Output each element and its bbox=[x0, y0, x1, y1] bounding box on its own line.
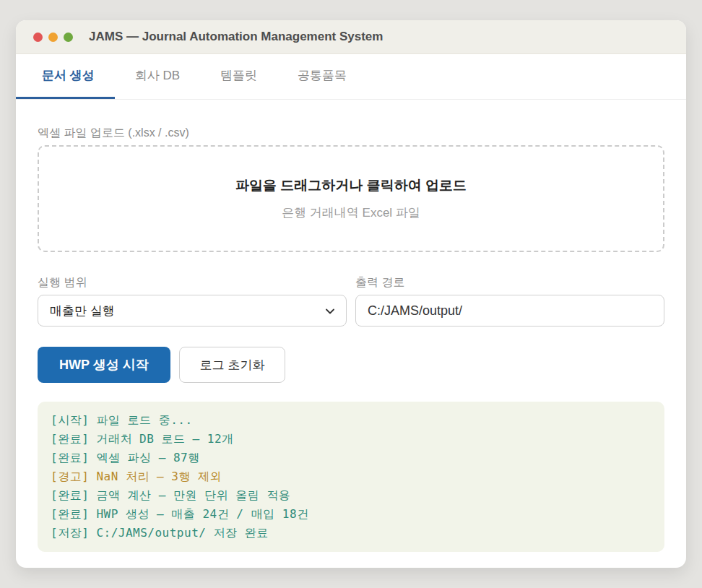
scope-selected-value: 매출만 실행 bbox=[50, 303, 115, 319]
maximize-icon[interactable] bbox=[64, 33, 73, 42]
chevron-down-icon bbox=[324, 306, 336, 317]
log-line: [완료] 금액 계산 — 만원 단위 올림 적용 bbox=[51, 486, 651, 505]
tab-templates[interactable]: 템플릿 bbox=[200, 54, 277, 99]
tab-company-db[interactable]: 회사 DB bbox=[115, 54, 200, 99]
tab-bar: 문서 생성 회사 DB 템플릿 공통품목 bbox=[16, 54, 686, 100]
minimize-icon[interactable] bbox=[48, 33, 58, 42]
app-window: JAMS — Journal Automation Management Sys… bbox=[16, 20, 686, 568]
log-line: [완료] 엑셀 파싱 — 87행 bbox=[51, 449, 651, 467]
log-line: [완료] HWP 생성 — 매출 24건 / 매입 18건 bbox=[51, 505, 651, 524]
scope-select[interactable]: 매출만 실행 bbox=[38, 295, 347, 327]
log-line: [저장] C:/JAMS/output/ 저장 완료 bbox=[51, 524, 651, 542]
log-line: [시작] 파일 로드 중... bbox=[51, 411, 651, 430]
clear-log-button[interactable]: 로그 초기화 bbox=[179, 347, 286, 383]
generate-hwp-button[interactable]: HWP 생성 시작 bbox=[38, 347, 170, 383]
scope-field-group: 실행 범위 매출만 실행 bbox=[38, 275, 347, 327]
output-path-input[interactable] bbox=[355, 295, 664, 327]
tab-document-generation[interactable]: 문서 생성 bbox=[16, 54, 115, 99]
log-line-warning: [경고] NaN 처리 — 3행 제외 bbox=[51, 467, 651, 486]
main-content: 엑셀 파일 업로드 (.xlsx / .csv) 파일을 드래그하거나 클릭하여… bbox=[16, 100, 686, 552]
title-bar: JAMS — Journal Automation Management Sys… bbox=[16, 20, 686, 54]
output-path-field-group: 출력 경로 bbox=[355, 275, 664, 327]
options-row: 실행 범위 매출만 실행 출력 경로 bbox=[38, 275, 664, 327]
close-icon[interactable] bbox=[33, 33, 43, 42]
output-path-label: 출력 경로 bbox=[355, 275, 664, 289]
log-console: [시작] 파일 로드 중... [완료] 거래처 DB 로드 — 12개 [완료… bbox=[38, 402, 664, 552]
tab-common-items[interactable]: 공통품목 bbox=[277, 54, 367, 99]
scope-label: 실행 범위 bbox=[38, 275, 347, 289]
window-title: JAMS — Journal Automation Management Sys… bbox=[89, 30, 383, 44]
dropzone-subtitle: 은행 거래내역 Excel 파일 bbox=[282, 204, 420, 221]
file-dropzone[interactable]: 파일을 드래그하거나 클릭하여 업로드 은행 거래내역 Excel 파일 bbox=[38, 145, 664, 252]
window-controls bbox=[33, 33, 73, 42]
action-buttons: HWP 생성 시작 로그 초기화 bbox=[38, 347, 664, 383]
upload-label: 엑셀 파일 업로드 (.xlsx / .csv) bbox=[38, 126, 664, 139]
dropzone-title: 파일을 드래그하거나 클릭하여 업로드 bbox=[235, 176, 467, 195]
log-line: [완료] 거래처 DB 로드 — 12개 bbox=[51, 430, 651, 449]
